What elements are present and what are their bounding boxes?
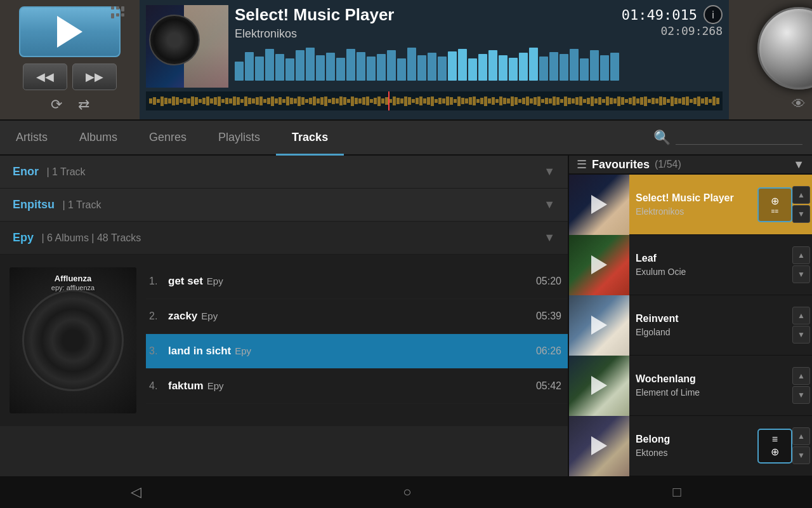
- fav-thumb-3: [569, 295, 629, 356]
- fav-add-playlist-btn-5[interactable]: ≡ ⊕: [757, 429, 792, 464]
- fav-title-1: Select! Music Player: [636, 192, 751, 204]
- play-icon: [57, 16, 82, 48]
- fav-title-5: Belong: [636, 434, 751, 445]
- tab-albums[interactable]: Albums: [63, 121, 133, 156]
- track-duration-2: 05:39: [536, 311, 561, 322]
- list-icon: ☰: [577, 157, 587, 171]
- back-button[interactable]: ◁: [131, 484, 141, 500]
- extra-controls: ⟳ ⇄: [51, 97, 89, 113]
- info-button[interactable]: i: [704, 5, 723, 24]
- right-controls: ⋮⋮⋮ 👁: [729, 0, 812, 119]
- next-button[interactable]: ▶▶: [72, 64, 117, 90]
- track-title-1: get set: [168, 275, 203, 287]
- fav-thumb-5: [569, 416, 629, 476]
- recent-button[interactable]: □: [673, 484, 681, 500]
- search-input[interactable]: [676, 130, 802, 145]
- tabs-row: Artists Albums Genres Playlists Tracks 🔍: [0, 121, 812, 156]
- album-affluenza-row: Affluenza epy: affluenza 1. get setEpy 0…: [0, 261, 568, 420]
- fav-up-5[interactable]: ▲: [792, 427, 810, 445]
- track-artist-2: Epy: [201, 311, 218, 321]
- repeat-button[interactable]: ⟳: [51, 97, 62, 113]
- vinyl-disc: [22, 290, 124, 391]
- track-artist-3: Epy: [235, 345, 251, 356]
- shuffle-button[interactable]: ⇄: [78, 97, 89, 113]
- tab-tracks[interactable]: Tracks: [276, 121, 344, 156]
- playhead: [388, 91, 390, 110]
- enor-track-count: | 1 Track: [44, 166, 86, 178]
- fav-text-1: Select! Music Player Elektronikos: [629, 192, 757, 217]
- fav-title-2: Leaf: [636, 253, 786, 264]
- fav-title-4: Wochenlang: [636, 373, 786, 385]
- album-vinyl: [149, 15, 200, 65]
- fav-arrows-4: ▲ ▼: [792, 367, 810, 404]
- track-row-3[interactable]: 3. land in sichtEpy 06:26: [146, 334, 568, 369]
- fav-arrows-2: ▲ ▼: [792, 246, 810, 283]
- fav-down-2[interactable]: ▼: [792, 265, 810, 283]
- fav-text-4: Wochenlang Element of Lime: [629, 373, 792, 398]
- fav-down-3[interactable]: ▼: [792, 326, 810, 344]
- track-title-4: faktum: [168, 380, 204, 392]
- tab-artists[interactable]: Artists: [0, 121, 63, 156]
- enpitsu-chevron: ▼: [544, 198, 555, 211]
- fav-down-4[interactable]: ▼: [792, 386, 810, 404]
- album-art: [146, 5, 228, 88]
- album-art-image: [146, 5, 228, 88]
- album-title-label: Affluenza: [10, 274, 136, 283]
- mini-waveform: [149, 95, 719, 107]
- bottom-nav: ◁ ○ □: [0, 476, 812, 508]
- enpitsu-name: Enpitsu: [13, 198, 55, 211]
- fav-text-3: Reinvent Elgoland: [629, 313, 792, 337]
- fav-arrows-5: ▲ ▼: [792, 427, 810, 464]
- fav-up-4[interactable]: ▲: [792, 367, 810, 385]
- artist-group-epy[interactable]: Epy | 6 Albums | 48 Tracks ▼: [0, 222, 568, 255]
- tab-playlists[interactable]: Playlists: [202, 121, 276, 156]
- fav-artist-2: Exulum Ocie: [636, 267, 786, 277]
- waveform-bottom: [146, 91, 723, 110]
- time-total: 02:09:268: [622, 24, 723, 37]
- artist-group-enor[interactable]: Enor | 1 Track ▼: [0, 156, 568, 189]
- enor-name: Enor: [13, 165, 39, 178]
- favourites-title: Favourites: [592, 158, 650, 171]
- epy-name: Epy: [13, 231, 34, 244]
- top-player-bar: ◀◀ ▶▶ ⟳ ⇄ Select! Music Player Elektroni…: [0, 0, 812, 121]
- play-button[interactable]: [19, 6, 121, 57]
- track-duration-4: 05:42: [536, 380, 561, 392]
- album-subtitle-label: epy: affluenza: [10, 284, 136, 291]
- fav-up-2[interactable]: ▲: [792, 246, 810, 264]
- fav-item-5[interactable]: Belong Ektones ≡ ⊕ ▲ ▼: [569, 416, 812, 476]
- fav-text-5: Belong Ektones: [629, 434, 757, 458]
- track-num-2: 2.: [149, 311, 168, 322]
- fav-up-3[interactable]: ▲: [792, 307, 810, 324]
- track-row-2[interactable]: 2. zackyEpy 05:39: [146, 299, 568, 334]
- waveform-display: [235, 46, 723, 81]
- left-controls: ◀◀ ▶▶ ⟳ ⇄: [0, 0, 140, 119]
- volume-knob[interactable]: [757, 7, 812, 90]
- fav-down-5[interactable]: ▼: [792, 446, 810, 464]
- prev-icon: ◀◀: [36, 70, 54, 84]
- fav-item-3[interactable]: Reinvent Elgoland ▲ ▼: [569, 295, 812, 356]
- fav-item-2[interactable]: Leaf Exulum Ocie ▲ ▼: [569, 235, 812, 295]
- fav-add-playlist-btn-1[interactable]: ⊕ ≡≡: [757, 187, 792, 222]
- tab-genres[interactable]: Genres: [133, 121, 202, 156]
- fav-play-icon-1: [591, 195, 607, 214]
- eye-button[interactable]: 👁: [792, 96, 806, 112]
- fav-item-1[interactable]: Select! Music Player Elektronikos ⊕ ≡≡ ▲…: [569, 175, 812, 235]
- track-duration-1: 05:20: [536, 276, 561, 287]
- search-icon[interactable]: 🔍: [653, 130, 671, 146]
- enor-chevron: ▼: [544, 165, 555, 178]
- track-title-3: land in sicht: [168, 345, 231, 357]
- fav-down-1[interactable]: ▼: [792, 205, 810, 223]
- epy-tracks-list: 1. get setEpy 05:20 2. zackyEpy 05:39 3.…: [146, 261, 568, 420]
- track-row-4[interactable]: 4. faktumEpy 05:42: [146, 369, 568, 404]
- fav-up-1[interactable]: ▲: [792, 186, 810, 204]
- fav-play-icon-3: [591, 316, 607, 335]
- artist-group-enpitsu[interactable]: Enpitsu | 1 Track ▼: [0, 189, 568, 222]
- favourites-dropdown[interactable]: ▼: [793, 158, 804, 171]
- track-row-1[interactable]: 1. get setEpy 05:20: [146, 264, 568, 299]
- next-icon: ▶▶: [86, 70, 103, 84]
- album-cover-affluenza[interactable]: Affluenza epy: affluenza: [10, 267, 136, 413]
- fav-item-4[interactable]: Wochenlang Element of Lime ▲ ▼: [569, 356, 812, 416]
- track-num-1: 1.: [149, 276, 168, 287]
- home-button[interactable]: ○: [403, 484, 411, 500]
- prev-button[interactable]: ◀◀: [23, 64, 67, 90]
